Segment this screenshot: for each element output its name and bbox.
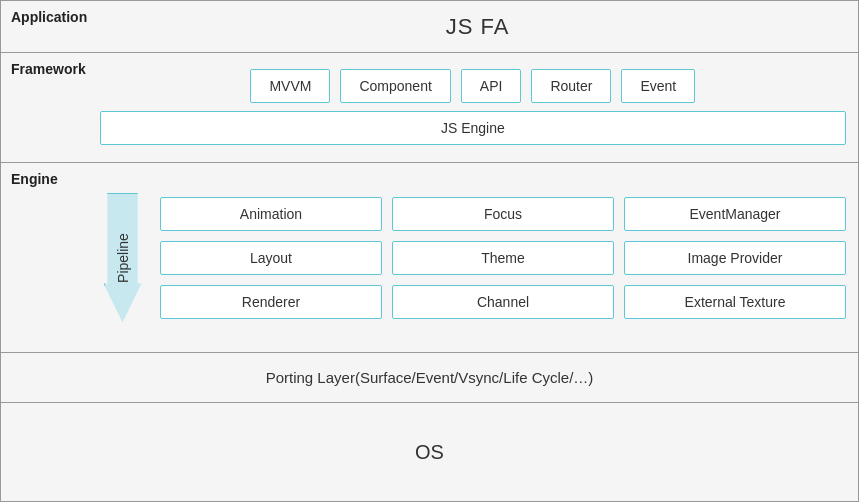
box-external-texture: External Texture bbox=[624, 285, 846, 319]
pipeline-container: Pipeline bbox=[95, 178, 150, 338]
layer-framework: Framework MVVM Component API Router Even… bbox=[1, 53, 858, 163]
box-event-manager: EventManager bbox=[624, 197, 846, 231]
layer-application: Application JS FA bbox=[1, 1, 858, 53]
box-router: Router bbox=[531, 69, 611, 103]
layer-engine: Engine Pipeline Animation Focus EventMan… bbox=[1, 163, 858, 353]
engine-content: Pipeline Animation Focus EventManager La… bbox=[91, 163, 858, 352]
layer-os: OS bbox=[1, 403, 858, 501]
os-text: OS bbox=[415, 441, 444, 464]
box-renderer: Renderer bbox=[160, 285, 382, 319]
pipeline-label: Pipeline bbox=[115, 233, 131, 283]
layer-porting: Porting Layer(Surface/Event/Vsync/Life C… bbox=[1, 353, 858, 403]
box-js-engine: JS Engine bbox=[100, 111, 846, 145]
box-component: Component bbox=[340, 69, 450, 103]
box-animation: Animation bbox=[160, 197, 382, 231]
application-label: Application bbox=[1, 1, 97, 52]
framework-content: MVVM Component API Router Event JS Engin… bbox=[96, 53, 858, 162]
box-mvvm: MVVM bbox=[250, 69, 330, 103]
box-focus: Focus bbox=[392, 197, 614, 231]
box-theme: Theme bbox=[392, 241, 614, 275]
framework-label: Framework bbox=[1, 53, 96, 162]
engine-label: Engine bbox=[1, 163, 91, 352]
framework-boxes-row: MVVM Component API Router Event bbox=[100, 69, 846, 103]
box-api: API bbox=[461, 69, 522, 103]
porting-text: Porting Layer(Surface/Event/Vsync/Life C… bbox=[266, 369, 594, 386]
engine-grid: Animation Focus EventManager Layout Them… bbox=[160, 197, 846, 319]
box-layout: Layout bbox=[160, 241, 382, 275]
architecture-diagram: Application JS FA Framework MVVM Compone… bbox=[0, 0, 859, 502]
box-channel: Channel bbox=[392, 285, 614, 319]
application-title: JS FA bbox=[446, 14, 510, 40]
box-event: Event bbox=[621, 69, 695, 103]
box-image-provider: Image Provider bbox=[624, 241, 846, 275]
application-content: JS FA bbox=[97, 1, 858, 52]
